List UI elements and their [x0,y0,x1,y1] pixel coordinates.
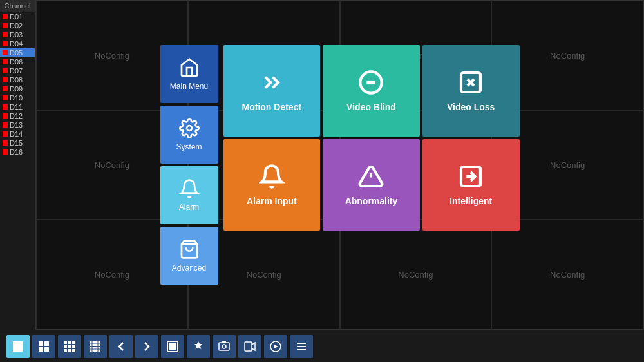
record-button[interactable] [238,335,261,358]
settings-button[interactable] [187,335,210,358]
main-menu-button[interactable]: Main Menu [160,45,218,103]
bag-icon [179,239,200,260]
svg-rect-43 [219,343,229,350]
bell-icon [179,178,200,199]
left-menu: Main Menu System Alarm [160,45,218,285]
settings-icon [192,340,205,353]
svg-rect-38 [93,349,95,352]
main-menu-label: Main Menu [170,82,208,91]
system-button[interactable]: System [160,106,218,164]
tiles-grid: Motion Detect Video Blind Video Loss [223,45,520,231]
channel-label: D14 [10,130,23,138]
svg-rect-23 [68,349,71,352]
svg-rect-39 [95,349,98,352]
svg-rect-16 [64,341,67,344]
video-loss-label: Video Loss [447,102,495,112]
popup-container: Main Menu System Alarm [160,45,520,285]
svg-rect-29 [90,343,92,346]
snapshot-icon [218,340,231,353]
channel-label: D11 [10,103,23,111]
advanced-label: Advanced [172,263,206,272]
chevrons-icon [259,70,285,95]
alarm-input-tile[interactable]: Alarm Input [223,139,321,231]
channel-dot: ✕ [3,131,8,137]
alarm-input-label: Alarm Input [247,196,297,206]
channel-item-d05[interactable]: ✕D05 [0,48,35,57]
grid-4x4-icon [89,340,102,353]
motion-detect-tile[interactable]: Motion Detect [223,45,321,137]
playback-button[interactable] [264,335,287,358]
svg-rect-46 [245,342,252,351]
channel-item-d10[interactable]: ✕D10 [0,93,35,102]
channel-label: D13 [10,121,23,129]
svg-rect-20 [68,345,71,348]
channel-item-d13[interactable]: ✕D13 [0,120,35,129]
channel-header: Channel [0,0,35,12]
channel-item-d16[interactable]: ✕D16 [0,148,35,157]
channel-item-d07[interactable]: ✕D07 [0,66,35,75]
grid-3x3-button[interactable] [58,335,81,358]
video-loss-tile[interactable]: Video Loss [422,45,520,137]
svg-point-44 [222,345,226,348]
channel-label: D16 [10,148,23,156]
channel-dot: ✕ [3,50,8,55]
channel-item-d14[interactable]: ✕D14 [0,129,35,138]
channel-item-d12[interactable]: ✕D12 [0,111,35,120]
arrow-right-box-icon [458,164,484,189]
home-icon [179,57,200,78]
channel-dot: ✕ [3,149,8,155]
alarm-button[interactable]: Alarm [160,166,218,224]
channel-item-d01[interactable]: ✕D01 [0,12,35,21]
svg-rect-30 [93,343,95,346]
channel-dot: ✕ [3,23,8,28]
channel-dot: ✕ [3,104,8,110]
advanced-button[interactable]: Advanced [160,227,218,285]
channel-label: D15 [10,139,23,147]
abnormality-tile[interactable]: Abnormality [323,139,420,231]
sidebar: Channel ✕D01✕D02✕D03✕D04✕D05✕D06✕D07✕D08… [0,0,35,329]
channel-item-d02[interactable]: ✕D02 [0,21,35,30]
menu-list-button[interactable] [290,335,313,358]
channel-label: D08 [10,76,23,84]
channel-label: D05 [10,49,23,57]
channel-item-d08[interactable]: ✕D08 [0,75,35,84]
grid-2x2-button[interactable] [32,335,55,358]
grid-4x4-button[interactable] [84,335,107,358]
svg-rect-37 [90,349,92,352]
svg-rect-14 [39,347,43,352]
channel-dot: ✕ [3,41,8,46]
channel-item-d15[interactable]: ✕D15 [0,138,35,148]
image-x-icon [458,70,484,95]
intelligent-tile[interactable]: Intelligent [422,139,520,231]
channel-item-d03[interactable]: ✕D03 [0,30,35,39]
svg-rect-40 [99,349,101,352]
svg-rect-45 [222,341,226,343]
fullscreen-button[interactable] [161,335,184,358]
svg-rect-19 [64,345,67,348]
alarm-label: Alarm [179,203,199,212]
channel-label: D04 [10,40,23,48]
channel-label: D06 [10,58,23,66]
triangle-alert-icon [358,164,384,189]
svg-rect-25 [90,341,92,343]
playback-icon [269,340,282,353]
channel-dot: ✕ [3,59,8,64]
svg-rect-33 [90,347,92,349]
video-blind-tile[interactable]: Video Blind [323,45,420,137]
svg-rect-42 [169,343,176,350]
toolbar [0,330,644,362]
channel-label: D12 [10,112,23,120]
prev-button[interactable] [109,335,133,358]
channel-item-d11[interactable]: ✕D11 [0,102,35,111]
next-button[interactable] [135,335,158,358]
svg-rect-34 [93,347,95,349]
minus-circle-icon [358,70,384,95]
channel-item-d09[interactable]: ✕D09 [0,84,35,93]
channel-item-d04[interactable]: ✕D04 [0,39,35,48]
grid-1x1-button[interactable] [6,335,30,358]
bell2-icon [259,164,285,189]
channel-item-d06[interactable]: ✕D06 [0,57,35,66]
snapshot-button[interactable] [213,335,236,358]
svg-rect-36 [99,347,101,349]
grid-3x3-icon [63,340,76,353]
